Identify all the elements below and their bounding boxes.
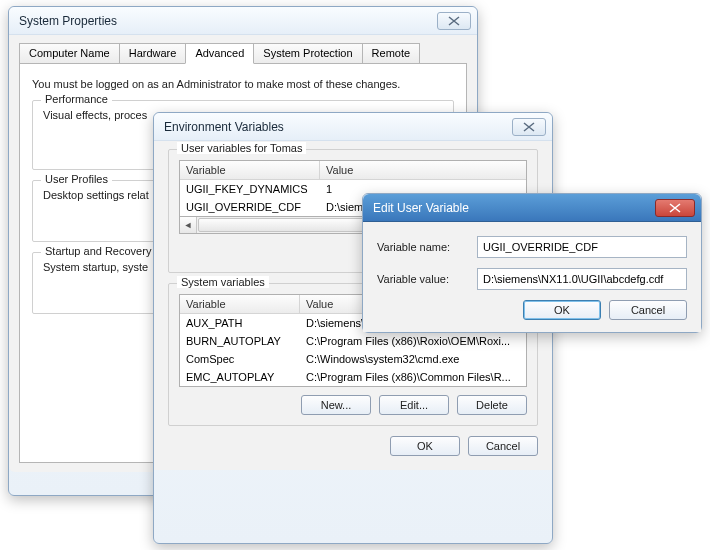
group-startup-legend: Startup and Recovery bbox=[41, 245, 155, 257]
cell-var: EMC_AUTOPLAY bbox=[180, 370, 300, 384]
sysprops-intro: You must be logged on as an Administrato… bbox=[32, 78, 454, 90]
group-userprofiles-legend: User Profiles bbox=[41, 173, 112, 185]
scroll-left-icon[interactable]: ◄ bbox=[180, 217, 197, 233]
cell-var: AUX_PATH bbox=[180, 316, 300, 330]
cell-val: C:\Program Files (x86)\Roxio\OEM\Roxi... bbox=[300, 334, 526, 348]
table-row[interactable]: EMC_AUTOPLAY C:\Program Files (x86)\Comm… bbox=[180, 368, 526, 386]
col-value[interactable]: Value bbox=[320, 161, 526, 179]
edit-user-variable-dialog: Edit User Variable Variable name: Variab… bbox=[362, 193, 702, 333]
edit-button[interactable]: Edit... bbox=[379, 395, 449, 415]
close-icon[interactable] bbox=[512, 118, 546, 136]
cell-val: C:\Program Files (x86)\Common Files\R... bbox=[300, 370, 526, 384]
sys-vars-legend: System variables bbox=[177, 276, 269, 288]
sysprops-tabs: Computer Name Hardware Advanced System P… bbox=[19, 43, 467, 64]
cell-val: C:\Windows\system32\cmd.exe bbox=[300, 352, 526, 366]
col-variable[interactable]: Variable bbox=[180, 161, 320, 179]
cell-var: BURN_AUTOPLAY bbox=[180, 334, 300, 348]
cancel-button[interactable]: Cancel bbox=[609, 300, 687, 320]
cell-var: UGII_FKEY_DYNAMICS bbox=[180, 182, 320, 196]
env-title: Environment Variables bbox=[164, 120, 512, 134]
new-button[interactable]: New... bbox=[301, 395, 371, 415]
cancel-button[interactable]: Cancel bbox=[468, 436, 538, 456]
table-row[interactable]: ComSpec C:\Windows\system32\cmd.exe bbox=[180, 350, 526, 368]
variable-value-label: Variable value: bbox=[377, 273, 477, 285]
delete-button[interactable]: Delete bbox=[457, 395, 527, 415]
group-performance-legend: Performance bbox=[41, 93, 112, 105]
ok-button[interactable]: OK bbox=[523, 300, 601, 320]
cell-var: UGII_OVERRIDE_CDF bbox=[180, 200, 320, 214]
tab-computer-name[interactable]: Computer Name bbox=[19, 43, 120, 64]
sysprops-title: System Properties bbox=[19, 14, 437, 28]
scroll-thumb[interactable] bbox=[198, 218, 385, 232]
ok-button[interactable]: OK bbox=[390, 436, 460, 456]
tab-remote[interactable]: Remote bbox=[362, 43, 421, 64]
user-vars-legend: User variables for Tomas bbox=[177, 142, 306, 154]
table-row[interactable]: BURN_AUTOPLAY C:\Program Files (x86)\Rox… bbox=[180, 332, 526, 350]
tab-advanced[interactable]: Advanced bbox=[185, 43, 254, 64]
tab-system-protection[interactable]: System Protection bbox=[253, 43, 362, 64]
edit-title: Edit User Variable bbox=[373, 201, 655, 215]
col-variable[interactable]: Variable bbox=[180, 295, 300, 313]
tab-hardware[interactable]: Hardware bbox=[119, 43, 187, 64]
sysprops-titlebar[interactable]: System Properties bbox=[9, 7, 477, 35]
edit-titlebar[interactable]: Edit User Variable bbox=[363, 194, 701, 222]
close-icon[interactable] bbox=[655, 199, 695, 217]
cell-var: ComSpec bbox=[180, 352, 300, 366]
close-icon[interactable] bbox=[437, 12, 471, 30]
variable-name-input[interactable] bbox=[477, 236, 687, 258]
variable-value-input[interactable] bbox=[477, 268, 687, 290]
env-titlebar[interactable]: Environment Variables bbox=[154, 113, 552, 141]
variable-name-label: Variable name: bbox=[377, 241, 477, 253]
